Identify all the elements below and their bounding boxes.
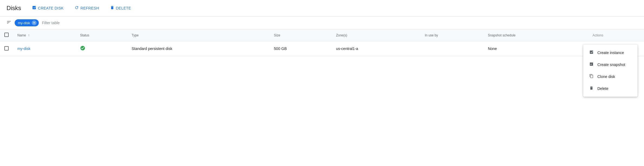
row-zones-cell: us-central1-a: [332, 41, 421, 56]
toolbar: Disks CREATE DISK REFRESH DELETE: [0, 0, 644, 17]
create-disk-button[interactable]: CREATE DISK: [28, 3, 68, 13]
dropdown-clone-disk[interactable]: Clone disk: [583, 71, 637, 83]
row-checkbox-cell: [0, 41, 13, 56]
table-row: my-disk Standard persistent disk 500 GB …: [0, 41, 644, 56]
row-type-cell: Standard persistent disk: [127, 41, 270, 56]
refresh-label: REFRESH: [80, 6, 99, 10]
row-snapshot-cell: None: [484, 41, 588, 56]
header-name[interactable]: Name ↑: [13, 29, 76, 41]
status-ok-icon: [80, 46, 85, 52]
header-snapshot-schedule: Snapshot schedule: [484, 29, 588, 41]
filter-placeholder[interactable]: Filter table: [42, 21, 60, 25]
name-sort-icon: ↑: [28, 33, 30, 37]
header-zones: Zone(s): [332, 29, 421, 41]
refresh-button[interactable]: REFRESH: [70, 3, 104, 13]
clone-disk-icon: [589, 74, 594, 79]
row-in-use-by-cell: [420, 41, 484, 56]
filter-chip-label: my-disk: [18, 21, 30, 25]
dropdown-create-instance[interactable]: Create instance: [583, 47, 637, 59]
create-instance-icon: [589, 50, 594, 55]
delete-button[interactable]: DELETE: [106, 3, 136, 13]
select-all-checkbox[interactable]: [4, 33, 9, 37]
header-actions: Actions: [588, 29, 644, 41]
dropdown-create-snapshot-label: Create snapshot: [597, 62, 625, 67]
create-disk-icon: [32, 5, 36, 11]
row-name-cell: my-disk: [13, 41, 76, 56]
dropdown-delete-label: Delete: [597, 86, 608, 91]
table-header-row: Name ↑ Status Type Size Zone(s) In use b…: [0, 29, 644, 41]
header-in-use-by: In use by: [420, 29, 484, 41]
create-disk-label: CREATE DISK: [38, 6, 64, 10]
disk-name-link[interactable]: my-disk: [17, 46, 30, 51]
row-size-cell: 500 GB: [270, 41, 332, 56]
header-type: Type: [127, 29, 270, 41]
header-checkbox-col: [0, 29, 13, 41]
dropdown-delete-icon: [589, 86, 594, 91]
dropdown-create-snapshot[interactable]: Create snapshot: [583, 59, 637, 71]
actions-dropdown-menu: Create instance Create snapshot Clone di…: [583, 45, 637, 97]
filter-chip: my-disk ✕: [15, 19, 39, 26]
header-size: Size: [270, 29, 332, 41]
row-checkbox[interactable]: [4, 46, 9, 51]
disks-table: Name ↑ Status Type Size Zone(s) In use b…: [0, 29, 644, 56]
page-title: Disks: [7, 5, 21, 12]
dropdown-delete[interactable]: Delete: [583, 83, 637, 95]
delete-icon: [110, 5, 114, 11]
delete-label: DELETE: [116, 6, 131, 10]
filter-chip-close-button[interactable]: ✕: [32, 20, 37, 25]
table-container: Name ↑ Status Type Size Zone(s) In use b…: [0, 29, 644, 56]
header-status: Status: [76, 29, 127, 41]
refresh-icon: [75, 5, 79, 11]
dropdown-clone-disk-label: Clone disk: [597, 74, 615, 79]
dropdown-create-instance-label: Create instance: [597, 51, 624, 55]
row-status-cell: [76, 41, 127, 56]
filter-bar: my-disk ✕ Filter table: [0, 17, 644, 29]
create-snapshot-icon: [589, 62, 594, 67]
filter-toggle-icon[interactable]: [7, 20, 11, 26]
